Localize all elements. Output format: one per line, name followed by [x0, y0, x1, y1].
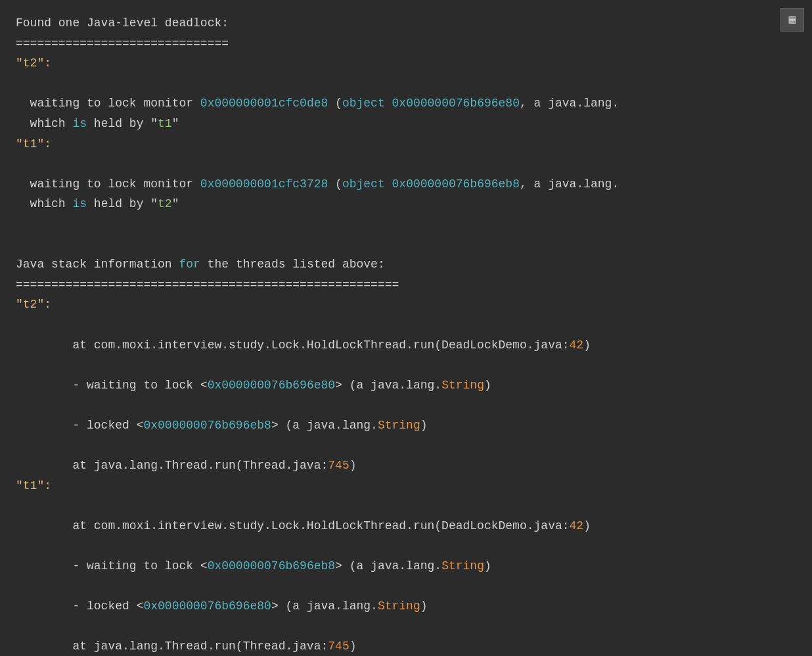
code-line: - waiting to lock <0x000000076b696e80> (… — [16, 375, 796, 396]
code-line — [16, 154, 796, 174]
code-line: which is held by "t1" — [16, 114, 796, 134]
code-line — [16, 617, 796, 637]
code-line — [16, 315, 796, 335]
copy-icon[interactable]: ▦ — [780, 8, 804, 32]
code-line — [16, 395, 796, 415]
code-line: which is held by "t2" — [16, 194, 796, 214]
code-block: ▦ Found one Java-level deadlock:========… — [0, 0, 812, 656]
code-line: "t1": — [16, 134, 796, 154]
code-line — [16, 235, 796, 255]
code-line — [16, 355, 796, 375]
code-line: at com.moxi.interview.study.Lock.HoldLoc… — [16, 335, 796, 356]
code-line — [16, 214, 796, 235]
code-line — [16, 74, 796, 94]
code-line: "t2": — [16, 294, 796, 315]
code-line: Found one Java-level deadlock: — [16, 13, 796, 34]
code-line: - locked <0x000000076b696e80> (a java.la… — [16, 596, 796, 617]
code-line: "t1": — [16, 476, 796, 496]
code-content: Found one Java-level deadlock:==========… — [16, 13, 796, 656]
code-line: "t2": — [16, 53, 796, 74]
code-line: ============================== — [16, 34, 796, 54]
code-line — [16, 496, 796, 516]
code-line — [16, 536, 796, 556]
code-line — [16, 576, 796, 597]
code-line: waiting to lock monitor 0x000000001cfc0d… — [16, 93, 796, 114]
code-line: at java.lang.Thread.run(Thread.java:745) — [16, 456, 796, 476]
code-line: - locked <0x000000076b696eb8> (a java.la… — [16, 415, 796, 436]
code-line: waiting to lock monitor 0x000000001cfc37… — [16, 174, 796, 195]
code-line: at java.lang.Thread.run(Thread.java:745) — [16, 636, 796, 656]
code-line — [16, 435, 796, 456]
code-line: at com.moxi.interview.study.Lock.HoldLoc… — [16, 516, 796, 536]
code-line: ========================================… — [16, 275, 796, 295]
code-line: Java stack information for the threads l… — [16, 254, 796, 275]
code-line: - waiting to lock <0x000000076b696eb8> (… — [16, 556, 796, 576]
